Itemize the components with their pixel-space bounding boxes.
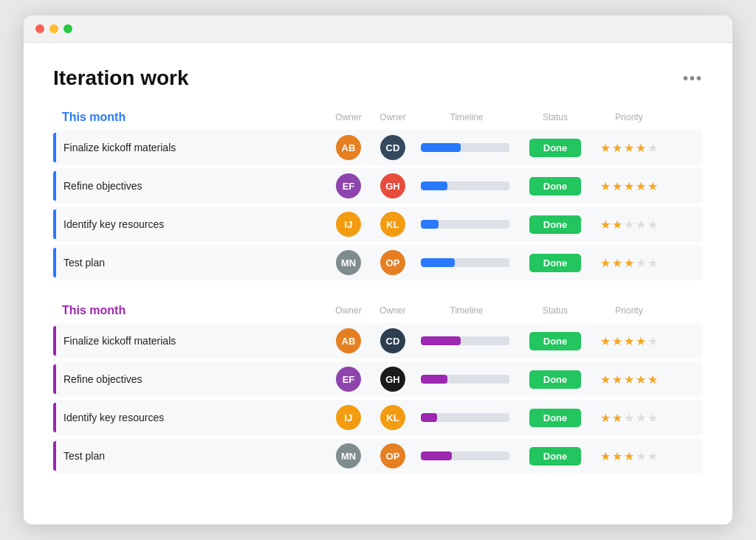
timeline-bar-fill	[421, 336, 461, 345]
timeline-bar-fill	[421, 413, 437, 422]
star-icon: ★	[636, 256, 646, 270]
section-1: This month Owner Owner Timeline Status P…	[53, 111, 703, 280]
timeline-bar-bg	[421, 220, 509, 229]
star-icon: ★	[636, 411, 646, 425]
owner2-cell: KL	[371, 405, 415, 430]
star-icon: ★	[612, 179, 622, 193]
task-border	[53, 210, 56, 239]
avatar-owner1: MN	[336, 250, 361, 275]
timeline-bar-fill	[421, 451, 452, 460]
status-cell: Done	[518, 370, 592, 389]
star-icon: ★	[612, 411, 622, 425]
timeline-bar-bg	[421, 336, 509, 345]
star-icon: ★	[624, 373, 634, 387]
task-name-cell: Refine objectives	[53, 364, 326, 394]
table-row: Refine objectives EF GH Done ★★★★★	[53, 361, 703, 397]
timeline-cell	[415, 220, 518, 229]
priority-cell: ★★★★★	[592, 256, 666, 270]
star-icon: ★	[624, 179, 634, 193]
task-name-cell: Finalize kickoff materials	[53, 326, 326, 356]
avatar-owner1: EF	[336, 173, 361, 198]
timeline-cell	[415, 143, 518, 152]
star-icon: ★	[636, 449, 646, 463]
task-name-cell: Identify key resources	[53, 210, 326, 239]
maximize-dot[interactable]	[63, 24, 72, 33]
owner1-cell: MN	[326, 250, 371, 275]
task-border	[53, 133, 56, 162]
minimize-dot[interactable]	[49, 24, 58, 33]
star-icon: ★	[647, 373, 658, 387]
status-badge: Done	[529, 254, 581, 272]
star-icon: ★	[612, 256, 622, 270]
star-icon: ★	[636, 373, 646, 387]
task-border	[53, 326, 56, 356]
timeline-bar-bg	[421, 451, 509, 460]
avatar-owner2: GH	[380, 367, 405, 392]
star-icon: ★	[647, 218, 658, 232]
timeline-bar-bg	[421, 413, 509, 422]
star-icon: ★	[600, 411, 611, 425]
star-icon: ★	[647, 411, 658, 425]
page-header: Iteration work •••	[53, 66, 703, 90]
owner1-cell: EF	[326, 173, 371, 198]
star-icon: ★	[647, 334, 658, 348]
status-cell: Done	[518, 332, 592, 350]
col-owner2: Owner	[371, 305, 415, 316]
owner1-cell: MN	[326, 443, 371, 468]
task-border	[53, 248, 56, 277]
task-border	[53, 364, 56, 394]
section-title: This month	[53, 304, 326, 317]
sections-container: This month Owner Owner Timeline Status P…	[53, 111, 703, 474]
timeline-bar-fill	[421, 220, 439, 229]
timeline-cell	[415, 375, 518, 384]
star-icon: ★	[612, 373, 622, 387]
close-dot[interactable]	[35, 24, 44, 33]
status-badge: Done	[529, 215, 581, 234]
task-name: Identify key resources	[63, 218, 164, 230]
col-priority: Priority	[592, 112, 666, 122]
timeline-cell	[415, 451, 518, 460]
star-icon: ★	[636, 334, 646, 348]
status-badge: Done	[529, 139, 581, 157]
page-title: Iteration work	[53, 66, 189, 90]
star-icon: ★	[636, 179, 646, 193]
avatar-owner2: CD	[380, 328, 405, 353]
table-row: Identify key resources IJ KL Done ★★★★★	[53, 207, 703, 242]
task-name: Refine objectives	[63, 373, 142, 385]
star-icon: ★	[624, 256, 634, 270]
priority-cell: ★★★★★	[592, 373, 666, 387]
timeline-cell	[415, 413, 518, 422]
star-icon: ★	[624, 334, 634, 348]
col-owner1: Owner	[326, 112, 371, 122]
star-icon: ★	[600, 218, 611, 232]
status-badge: Done	[529, 332, 581, 350]
priority-cell: ★★★★★	[592, 179, 666, 193]
more-options-button[interactable]: •••	[683, 70, 703, 87]
status-badge: Done	[529, 177, 581, 195]
star-icon: ★	[647, 179, 658, 193]
status-badge: Done	[529, 447, 581, 465]
owner1-cell: IJ	[326, 212, 371, 237]
titlebar	[24, 15, 732, 43]
table-row: Test plan MN OP Done ★★★★★	[53, 245, 703, 280]
table-row: Refine objectives EF GH Done ★★★★★	[53, 168, 703, 204]
timeline-bar-bg	[421, 181, 509, 190]
star-icon: ★	[600, 256, 611, 270]
table-row: Identify key resources IJ KL Done ★★★★★	[53, 400, 703, 435]
timeline-bar-fill	[421, 143, 461, 152]
avatar-owner2: OP	[380, 250, 405, 275]
task-name: Finalize kickoff materials	[63, 142, 176, 153]
owner2-cell: CD	[371, 135, 415, 160]
task-name-cell: Identify key resources	[53, 403, 326, 432]
star-icon: ★	[612, 449, 622, 463]
star-icon: ★	[600, 179, 611, 193]
col-owner2: Owner	[371, 112, 415, 122]
col-priority: Priority	[592, 305, 666, 316]
status-cell: Done	[518, 409, 592, 427]
priority-cell: ★★★★★	[592, 411, 666, 425]
timeline-cell	[415, 336, 518, 345]
task-name: Finalize kickoff materials	[63, 335, 176, 347]
timeline-bar-bg	[421, 375, 509, 384]
timeline-bar-fill	[421, 258, 455, 267]
col-status: Status	[518, 305, 592, 316]
